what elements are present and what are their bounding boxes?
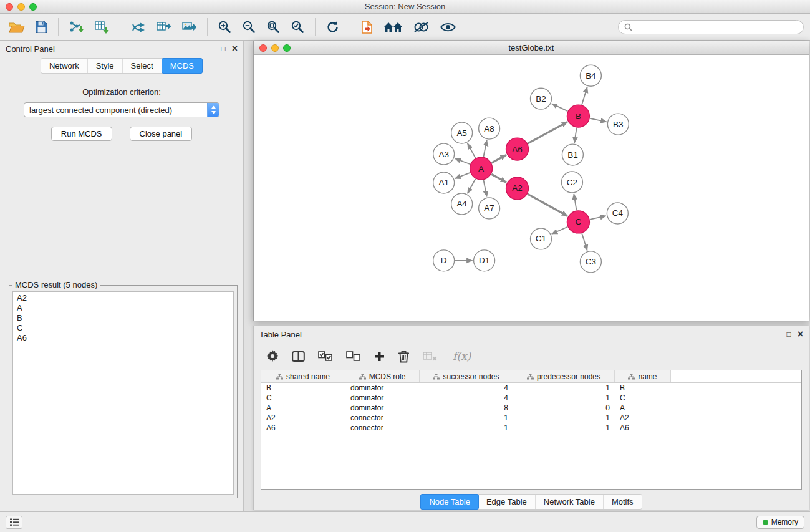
column-header-successor-nodes[interactable]: successor nodes	[420, 370, 513, 382]
zoom-fit-icon[interactable]	[264, 19, 283, 36]
delete-row-icon[interactable]	[397, 349, 411, 364]
zoom-selected-icon[interactable]	[288, 19, 307, 36]
float-table-panel-icon[interactable]: □	[786, 331, 791, 338]
zoom-window-icon[interactable]	[29, 3, 37, 11]
close-network-window-icon[interactable]	[259, 44, 267, 52]
graph-node-label-A6: A6	[512, 145, 522, 154]
column-header-mcds-role[interactable]: MCDS role	[345, 370, 420, 382]
export-image-icon[interactable]	[179, 19, 200, 36]
graph-edge-A-A2[interactable]	[491, 174, 506, 182]
select-all-icon[interactable]	[317, 350, 334, 363]
graph-edge-B-B2[interactable]	[552, 104, 568, 111]
table-cell: dominator	[345, 403, 420, 413]
graph-edge-A-A8[interactable]	[483, 140, 486, 157]
zoom-network-window-icon[interactable]	[283, 44, 291, 52]
graph-edge-C-C1[interactable]	[552, 227, 567, 234]
run-mcds-button[interactable]: Run MCDS	[51, 127, 112, 141]
network-view-window: testGlobe.txt AA1A2A3A4A5A6A7A8BB1B2B3B4…	[253, 41, 809, 321]
open-folder-icon[interactable]	[6, 19, 27, 35]
close-window-icon[interactable]	[6, 3, 13, 11]
graph-edge-A-A7[interactable]	[483, 180, 486, 197]
home-views-icon[interactable]	[381, 19, 405, 34]
graph-edge-C-C2[interactable]	[574, 194, 576, 210]
export-network-icon[interactable]	[128, 19, 148, 36]
mcds-result-item[interactable]: A2	[13, 293, 233, 303]
column-browser-icon[interactable]	[291, 349, 306, 364]
mcds-result-item[interactable]: A	[13, 303, 233, 313]
add-row-icon[interactable]	[373, 350, 386, 363]
network-canvas[interactable]: AA1A2A3A4A5A6A7A8BB1B2B3B4CC1C2C3C4DD1	[254, 55, 809, 321]
toolbar-separator	[207, 18, 208, 36]
control-panel-header: Control Panel □ ×	[0, 41, 243, 57]
table-cell: 0	[513, 403, 615, 413]
tab-edge-table[interactable]: Edge Table	[478, 495, 536, 509]
import-network-file-icon[interactable]	[66, 19, 87, 36]
table-cell: dominator	[345, 383, 420, 393]
zoom-in-icon[interactable]	[215, 19, 234, 36]
minimize-network-window-icon[interactable]	[271, 44, 279, 52]
criterion-dropdown[interactable]: largest connected component (directed)	[24, 102, 219, 117]
column-header-predecessor-nodes[interactable]: predecessor nodes	[513, 370, 615, 382]
hide-graphics-details-icon[interactable]	[410, 19, 432, 35]
mcds-result-title: MCDS result (5 nodes)	[12, 280, 100, 289]
graph-edge-A-A4[interactable]	[468, 179, 476, 194]
tab-mcds[interactable]: MCDS	[162, 58, 203, 74]
graph-edge-A6-B[interactable]	[528, 122, 567, 143]
tab-motifs[interactable]: Motifs	[604, 495, 642, 509]
table-row[interactable]: Adominator80A	[261, 403, 801, 413]
graph-node-label-B3: B3	[613, 120, 623, 129]
table-cell: A	[615, 403, 671, 413]
tab-node-table[interactable]: Node Table	[420, 494, 479, 510]
table-panel: Table Panel □ ×	[253, 326, 809, 510]
graph-edge-B-B4[interactable]	[582, 87, 587, 105]
float-panel-icon[interactable]: □	[221, 45, 225, 52]
graph-edge-A-A6[interactable]	[491, 155, 506, 163]
open-annotation-icon[interactable]	[358, 19, 376, 36]
import-table-file-icon[interactable]	[92, 19, 112, 36]
tab-network[interactable]: Network	[41, 59, 88, 73]
table-row[interactable]: Bdominator41B	[261, 383, 801, 393]
close-table-panel-icon[interactable]: ×	[798, 329, 803, 339]
tab-select[interactable]: Select	[123, 59, 162, 73]
graph-node-label-A5: A5	[456, 128, 466, 138]
close-panel-button[interactable]: Close panel	[130, 127, 193, 141]
graph-edge-B-B3[interactable]	[590, 118, 607, 122]
eye-icon[interactable]	[437, 20, 459, 34]
network-window-title: testGlobe.txt	[509, 43, 554, 52]
table-row[interactable]: A2connector11A2	[261, 413, 801, 423]
table-cell: A6	[261, 423, 345, 433]
mcds-result-list[interactable]: A2ABCA6	[12, 291, 234, 495]
network-graph[interactable]: AA1A2A3A4A5A6A7A8BB1B2B3B4CC1C2C3C4DD1	[254, 55, 809, 321]
search-input[interactable]	[635, 22, 798, 31]
search-box[interactable]	[618, 20, 804, 34]
task-history-button[interactable]	[6, 516, 22, 529]
unselect-all-icon[interactable]	[345, 350, 362, 363]
memory-button[interactable]: Memory	[756, 516, 804, 529]
save-icon[interactable]	[32, 19, 51, 35]
mcds-result-item[interactable]: C	[13, 323, 233, 333]
export-table-icon[interactable]	[153, 19, 174, 36]
minimize-window-icon[interactable]	[17, 3, 25, 11]
settings-gear-icon[interactable]	[265, 349, 280, 364]
refresh-icon[interactable]	[323, 19, 342, 36]
mcds-result-item[interactable]: B	[13, 313, 233, 323]
graph-edge-A-A5[interactable]	[468, 143, 476, 158]
table-row[interactable]: A6connector11A6	[261, 423, 801, 433]
graph-edge-A2-C[interactable]	[528, 194, 567, 216]
zoom-out-icon[interactable]	[239, 19, 259, 36]
column-header-name[interactable]: name	[615, 370, 671, 382]
close-panel-icon[interactable]: ×	[232, 44, 238, 54]
table-cell: 4	[420, 393, 513, 403]
graph-edge-B-B1[interactable]	[574, 128, 577, 143]
tab-style[interactable]: Style	[88, 59, 123, 73]
table-header-row: shared nameMCDS rolesuccessor nodesprede…	[261, 370, 801, 383]
column-header-shared-name[interactable]: shared name	[261, 370, 345, 382]
graph-edge-C-C3[interactable]	[582, 233, 587, 251]
function-builder-icon[interactable]: f(x)	[453, 350, 471, 362]
tab-network-table[interactable]: Network Table	[536, 495, 604, 509]
graph-edge-C-C4[interactable]	[590, 216, 606, 220]
graph-edge-A-A3[interactable]	[455, 158, 470, 164]
graph-edge-A-A1[interactable]	[455, 173, 470, 178]
table-row[interactable]: Cdominator41C	[261, 393, 801, 403]
mcds-result-item[interactable]: A6	[13, 333, 233, 343]
